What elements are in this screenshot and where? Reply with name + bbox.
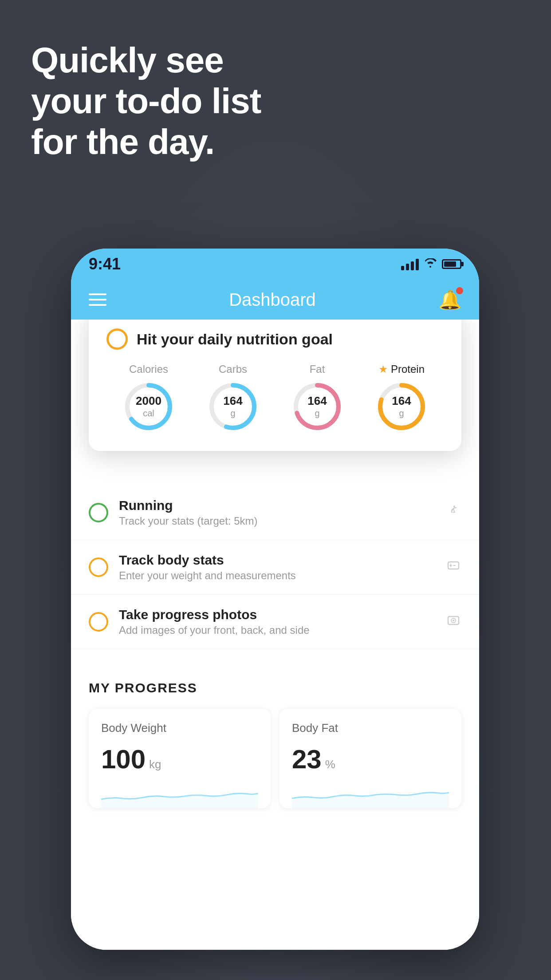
todo-text-bodystats: Track body stats Enter your weight and m… [119,553,435,582]
battery-icon [442,259,461,269]
star-icon: ★ [378,363,388,375]
body-weight-chart [101,782,258,808]
progress-cards: Body Weight 100 kg Body Fat 23 % [89,709,461,808]
macro-carbs: Carbs 164 g [206,363,260,433]
nutrition-card-header: Hit your daily nutrition goal [106,328,444,350]
wifi-icon [424,257,437,271]
notification-button[interactable]: 🔔 [438,289,461,311]
todo-circle-running [89,503,108,522]
macro-fat: Fat 164 g [291,363,344,433]
progress-heading: MY PROGRESS [89,680,461,695]
todo-subtitle-photos: Add images of your front, back, and side [119,624,435,636]
body-fat-chart [292,782,449,808]
fat-label: Fat [310,363,325,375]
protein-value: 164 g [392,394,411,419]
body-fat-unit: % [325,758,335,771]
hero-line1: Quickly see [31,40,261,81]
todo-text-running: Running Track your stats (target: 5km) [119,498,435,527]
header-title: Dashboard [229,290,316,310]
body-fat-number: 23 [292,744,322,775]
signal-icon [401,258,419,270]
nutrition-card: Hit your daily nutrition goal Calories 2… [89,320,461,451]
calories-donut: 2000 cal [122,380,175,433]
app-header: Dashboard 🔔 [71,280,479,320]
calories-label: Calories [129,363,168,375]
progress-section: MY PROGRESS Body Weight 100 kg Body Fat [71,663,479,808]
todo-title-photos: Take progress photos [119,607,435,622]
body-fat-card[interactable]: Body Fat 23 % [279,709,461,808]
todo-item-photos[interactable]: Take progress photos Add images of your … [71,595,479,649]
carbs-value: 164 g [223,394,242,419]
protein-donut: 164 g [375,380,428,433]
body-fat-value: 23 % [292,744,449,775]
macro-protein: ★ Protein 164 g [375,363,428,433]
hero-line3: for the day. [31,122,261,162]
phone-frame: 9:41 Dashboard 🔔 THINGS TO DO TODAY [71,249,479,950]
todo-circle-bodystats [89,557,108,577]
fat-value: 164 g [307,394,327,419]
carbs-label: Carbs [219,363,247,375]
status-icons [401,257,461,271]
todo-text-photos: Take progress photos Add images of your … [119,607,435,636]
hero-line2: your to-do list [31,81,261,122]
running-icon [445,503,461,523]
calories-value: 2000 cal [136,394,161,419]
hero-text: Quickly see your to-do list for the day. [31,40,261,162]
content-area: THINGS TO DO TODAY Hit your daily nutrit… [71,320,479,950]
nutrition-card-title: Hit your daily nutrition goal [137,331,333,348]
notification-dot [456,287,463,294]
todo-subtitle-bodystats: Enter your weight and measurements [119,569,435,582]
menu-button[interactable] [89,293,106,306]
todo-list: Running Track your stats (target: 5km) T… [71,486,479,649]
status-bar: 9:41 [71,249,479,280]
todo-item-running[interactable]: Running Track your stats (target: 5km) [71,486,479,540]
macro-calories: Calories 2000 cal [122,363,175,433]
todo-item-bodystats[interactable]: Track body stats Enter your weight and m… [71,540,479,595]
body-weight-number: 100 [101,744,146,775]
body-weight-title: Body Weight [101,721,258,735]
status-time: 9:41 [89,255,121,273]
nutrition-check-circle[interactable] [106,328,128,350]
macros-row: Calories 2000 cal Carbs [106,363,444,433]
todo-circle-photos [89,612,108,632]
fat-donut: 164 g [291,380,344,433]
body-weight-card[interactable]: Body Weight 100 kg [89,709,271,808]
body-weight-unit: kg [149,758,161,771]
body-fat-title: Body Fat [292,721,449,735]
todo-title-running: Running [119,498,435,513]
protein-label: ★ Protein [378,363,425,375]
bodystats-icon [445,557,461,577]
svg-point-11 [453,620,454,621]
photos-icon [445,612,461,632]
todo-title-bodystats: Track body stats [119,553,435,568]
body-weight-value: 100 kg [101,744,258,775]
todo-subtitle-running: Track your stats (target: 5km) [119,515,435,527]
carbs-donut: 164 g [206,380,260,433]
